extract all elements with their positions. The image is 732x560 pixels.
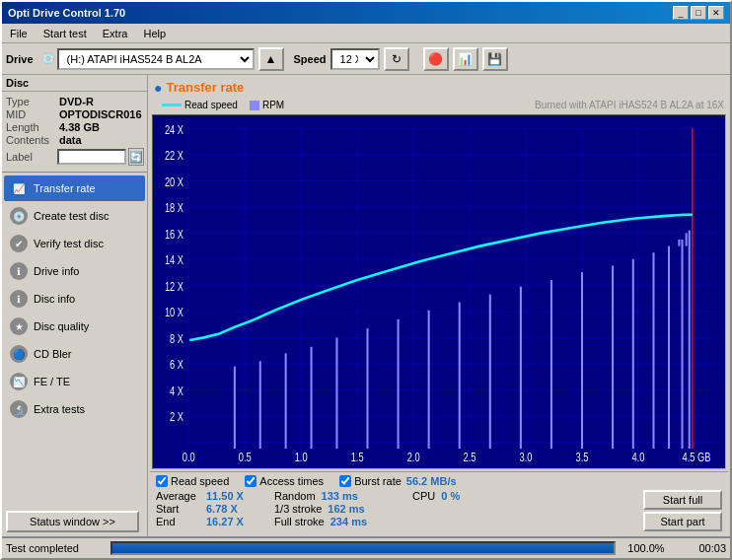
stat-end-val: 16.27 X [206,516,256,527]
svg-rect-0 [153,115,725,468]
stat-group-speed: Average 11.50 X Start 6.78 X End 16.27 X [156,490,274,531]
disc-label-input[interactable] [57,149,126,165]
stat-group-access: Random 133 ms 1/3 stroke 162 ms Full str… [274,490,412,531]
burst-rate-cb-label: Burst rate [354,475,402,487]
svg-text:8 X: 8 X [170,332,183,345]
nav-cd-bler[interactable]: 🔵 CD Bler [4,341,145,367]
disc-label-button[interactable]: 🔄 [128,148,144,166]
legend-rpm: RPM [250,100,284,110]
svg-text:24 X: 24 X [165,122,183,135]
start-full-button[interactable]: Start full [643,490,722,510]
stat-cpu-row: CPU 0 % [412,490,511,502]
drive-label: Drive [6,53,34,65]
stat-end-row: End 16.27 X [156,516,274,527]
drive-info-icon: ℹ [10,262,28,280]
nav-create-test-disc-label: Create test disc [34,210,109,222]
disc-section-title: Disc [2,75,147,92]
speed-select[interactable]: 12 X [330,48,380,70]
read-speed-checkbox[interactable] [156,475,168,487]
read-speed-cb-label: Read speed [171,475,229,487]
time-display: 00:03 [677,542,726,554]
stat-end-label: End [156,516,200,527]
start-buttons: Start full Start part [643,490,722,531]
nav-create-test-disc[interactable]: 💿 Create test disc [4,203,145,229]
cd-bler-icon: 🔵 [10,345,28,363]
svg-text:6 X: 6 X [170,358,183,371]
disc-mid-value: OPTODISCR016 [59,108,142,120]
stat-average-label: Average [156,490,200,502]
legend-row: Read speed RPM Burned with ATAPI iHAS524… [150,98,728,112]
drive-select[interactable]: (H:) ATAPI iHAS524 B AL2A [57,48,255,70]
nav-verify-test-disc-label: Verify test disc [34,238,104,249]
main-window: Opti Drive Control 1.70 _ □ ✕ File Start… [0,0,732,560]
stat-stroke1-label: 1/3 stroke [274,503,322,515]
disc-type-row: Type DVD-R [6,96,143,107]
access-times-checkbox[interactable] [245,475,256,487]
burst-rate-checkbox[interactable] [339,475,351,487]
disc-length-value: 4.38 GB [59,121,100,133]
chart-title-icon: ● [154,80,162,96]
close-button[interactable]: ✕ [708,6,724,20]
svg-text:12 X: 12 X [165,280,183,293]
nav-drive-info-label: Drive info [34,265,79,277]
disc-mid-label: MID [6,108,55,120]
nav-extra-tests[interactable]: 🔬 Extra tests [4,396,145,422]
nav-extra-tests-label: Extra tests [34,403,85,415]
svg-text:1.5: 1.5 [351,451,364,463]
nav-disc-quality[interactable]: ★ Disc quality [4,314,145,339]
nav-disc-info[interactable]: ℹ Disc info [4,286,145,312]
minimize-button[interactable]: _ [673,6,689,20]
svg-text:3.0: 3.0 [520,451,533,463]
nav-disc-quality-label: Disc quality [34,320,89,332]
speed-label: Speed [294,53,327,65]
toolbar-btn-2[interactable]: 📊 [453,47,478,71]
disc-length-row: Length 4.38 GB [6,121,143,133]
nav-transfer-rate[interactable]: 📈 Transfer rate [4,175,145,201]
menu-start-test[interactable]: Start test [39,27,91,40]
toolbar-btn-3[interactable]: 💾 [482,47,508,71]
svg-text:4.5 GB: 4.5 GB [683,451,711,463]
burst-rate-checkbox-item: Burst rate 56.2 MB/s [339,475,456,487]
svg-text:0.5: 0.5 [239,451,252,463]
svg-text:4 X: 4 X [170,385,183,397]
status-text: Test completed [6,542,105,554]
nav-drive-info[interactable]: ℹ Drive info [4,258,145,284]
refresh-button[interactable]: ↻ [384,47,409,71]
nav-cd-bler-label: CD Bler [34,348,72,360]
menu-help[interactable]: Help [139,27,170,40]
stat-random-row: Random 133 ms [274,490,412,502]
chart-panel: ● Transfer rate Read speed RPM Burned wi… [148,75,730,536]
disc-info-panel: Type DVD-R MID OPTODISCR016 Length 4.38 … [2,92,147,170]
nav-fe-te[interactable]: 📉 FE / TE [4,369,145,394]
toolbar-btn-1[interactable]: 🔴 [423,47,449,71]
disc-mid-row: MID OPTODISCR016 [6,108,143,120]
menu-file[interactable]: File [6,27,32,40]
drive-eject-button[interactable]: ▲ [258,47,284,71]
fe-te-icon: 📉 [10,373,28,390]
stat-full-stroke-row: Full stroke 234 ms [274,516,412,527]
legend-rpm-label: RPM [262,100,284,110]
main-content: Disc Type DVD-R MID OPTODISCR016 Length … [2,75,730,536]
stat-cpu-val: 0 % [441,490,480,502]
legend-read-speed-color [162,104,182,106]
disc-info-icon: ℹ [10,290,28,308]
svg-text:2.5: 2.5 [464,451,476,463]
stat-start-row: Start 6.78 X [156,503,274,515]
svg-text:22 X: 22 X [165,149,183,162]
stat-full-stroke-label: Full stroke [274,516,325,527]
status-window-button[interactable]: Status window >> [6,511,139,532]
maximize-button[interactable]: □ [691,6,706,20]
chart-legend: Read speed RPM [154,98,292,112]
svg-text:20 X: 20 X [165,175,183,187]
start-part-button[interactable]: Start part [643,512,722,531]
stat-cpu-label: CPU [412,490,435,502]
progress-bar-fill [112,543,614,553]
svg-text:1.0: 1.0 [295,451,308,463]
sidebar-divider [2,172,147,173]
nav-verify-test-disc[interactable]: ✔ Verify test disc [4,231,145,256]
legend-read-speed: Read speed [162,100,238,110]
disc-label-label: Label [6,151,55,163]
menu-extra[interactable]: Extra [99,27,132,40]
stat-full-stroke-val: 234 ms [330,516,370,527]
status-bar: Test completed 100.0% 00:03 [2,536,730,558]
